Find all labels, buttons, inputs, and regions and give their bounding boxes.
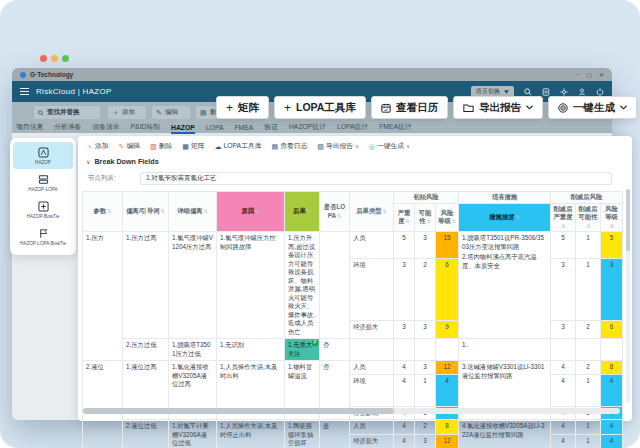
table-cell[interactable]: 1.人员操作失误,未及时停止出料 [217,420,285,448]
table-cell[interactable]: 4 [394,435,415,448]
search-icon[interactable] [523,87,532,96]
table-cell[interactable]: 1 [576,420,601,435]
table-cell[interactable]: 4 [394,361,415,375]
tab-lopa-[interactable]: LOPA统计 [337,122,368,132]
table-cell[interactable]: 3 [415,435,436,448]
table-cell[interactable]: 1.陶瓷膜循环泵抽空损坏 [285,420,320,448]
vertical-scrollbar[interactable] [626,189,630,403]
table-cell[interactable]: 8 [436,420,459,435]
minimize-window-icon[interactable] [51,55,58,62]
table-cell[interactable]: 2.液位过低 [123,420,169,448]
gear-icon[interactable] [559,87,568,96]
minimize-icon[interactable]: ‒ [576,71,579,78]
panel-delete-button[interactable]: ▥删除 [150,141,172,151]
table-cell[interactable]: 3 [601,259,623,320]
table-cell[interactable]: 3 [394,259,415,320]
one-click-generate-button[interactable]: 一键生成 [548,96,637,119]
table-cell[interactable]: 6 [601,320,623,338]
tab--[interactable]: 分析准备 [54,122,81,132]
sidebar-item-hazop-lopa-bowtie[interactable]: HAZOP-LOPA-BowTie [13,224,73,251]
view-calendar-button[interactable]: 查看日历 [371,96,448,119]
panel-generate-button[interactable]: ◎一键生成∨ [369,141,410,151]
table-cell[interactable]: 5 [551,232,576,259]
tab--[interactable]: 设备清单 [92,122,119,132]
table-cell[interactable]: 1.压力过高 [123,232,169,339]
table-cell[interactable]: 12 [436,435,459,448]
sidebar-item-hazop-bowtie[interactable]: HAZOP-BowTie [13,197,73,224]
column-header[interactable]: 削减后严重度⇅ [551,203,576,232]
column-header[interactable]: 偏离/引导词⇅ [123,192,169,232]
table-cell[interactable]: 4 [551,420,576,435]
matrix-button[interactable]: + 矩阵 [216,96,269,119]
table-cell[interactable]: 4 [394,374,415,406]
table-cell[interactable]: 2 [576,361,601,375]
table-cell[interactable]: 1 [576,232,601,259]
column-header[interactable]: 参数⇅ [83,192,123,232]
table-cell[interactable]: 6 [436,259,459,320]
table-cell[interactable]: 4 [436,374,459,406]
tab-p-id-[interactable]: P&ID绘制 [131,122,160,132]
edit-button[interactable]: ✎编辑 [152,106,190,119]
table-cell[interactable]: 1. [459,339,551,361]
column-header[interactable]: 后果⇅ [285,192,320,232]
table-cell[interactable]: 2 [415,259,436,320]
table-cell[interactable] [576,339,601,361]
horizontal-scrollbar[interactable] [83,408,620,414]
horizontal-scrollbar-thumb[interactable] [83,408,394,414]
panel-edit-button[interactable]: ✎编辑 [119,141,140,151]
close-icon[interactable]: ✕ [599,71,604,78]
sidebar-item-hazop[interactable]: HAZOP [13,142,73,169]
selected-cell[interactable]: 1.无重大关注P [285,339,320,361]
menu-icon[interactable] [20,88,29,95]
column-header[interactable]: 削减后可能性⇅ [576,203,601,232]
table-cell[interactable] [601,339,623,361]
node-list-value[interactable]: 1.对氯苄胺装置氯化工艺 [140,172,612,185]
search-input[interactable]: 查找并替换 [34,106,100,119]
tab--[interactable]: 验证 [264,122,278,132]
panel-matrix-button[interactable]: ▦矩阵 [182,141,204,151]
table-cell[interactable] [394,339,415,361]
table-cell[interactable]: 1.氯气缓冲罐V1204压力过高 [169,232,217,339]
panel-lopa-button[interactable]: ☁LOPA工具库 [215,141,262,151]
table-cell[interactable]: 1.脱吸塔T3501设PR-3506/3503压力变送报警回路2.塔内物料沸点高… [459,232,551,339]
table-cell[interactable]: 1.脱吸塔T3501压力过低 [169,339,217,361]
panel-export-button[interactable]: ▧导出报告∨ [317,141,358,151]
table-cell[interactable] [350,339,394,361]
table-cell[interactable]: 15 [436,232,459,259]
table-cell[interactable] [320,232,350,339]
tab-fmea[interactable]: FMEA [234,124,253,131]
table-cell[interactable]: 2 [576,320,601,338]
column-header[interactable]: 可能性⇅ [415,203,436,232]
table-cell[interactable]: 4 [551,435,576,448]
export-report-button[interactable]: 导出报告 [453,96,543,119]
table-cell[interactable]: 4 [551,361,576,375]
table-cell[interactable]: 1 [576,374,601,406]
table-cell[interactable]: 3 [415,361,436,375]
table-cell[interactable]: 1 [576,435,601,448]
tab-hazop-[interactable]: HAZOP统计 [289,122,326,132]
add-button[interactable]: ＋添加 [108,106,146,119]
table-cell[interactable]: 9 [436,320,459,338]
column-header[interactable]: 是否LOPA⇅ [320,192,350,232]
table-cell[interactable]: 4 [551,374,576,406]
column-header[interactable]: 风险等级⇅ [601,203,623,232]
table-cell[interactable]: 1.无识别 [217,339,285,361]
table-cell[interactable] [436,339,459,361]
power-icon[interactable] [595,87,604,96]
table-cell[interactable]: 2.液位 [83,361,123,448]
table-cell[interactable]: 环境 [350,374,394,406]
column-header[interactable]: 后果类型⇅ [350,192,394,232]
zoom-window-icon[interactable] [62,55,69,62]
table-cell[interactable]: 1 [415,374,436,406]
table-cell[interactable]: 1.压力升高,超过设备设计压力可能导致设备损坏、物料泄漏,遇明火可能导致火灾、爆… [285,232,320,339]
tab-lopa[interactable]: LOPA [206,124,224,131]
table-cell[interactable]: 3 [394,320,415,338]
table-cell[interactable]: 人员 [350,232,394,259]
table-cell[interactable]: 5 [601,232,623,259]
tab-fmea-[interactable]: FMEA统计 [379,122,411,132]
table-cell[interactable]: 是 [320,420,350,448]
table-cell[interactable]: 8 [601,361,623,375]
table-cell[interactable]: 4.氯化液接收槽V3205A设LI-322A液位监控报警回路 [459,420,551,448]
panel-log-button[interactable]: ▤查看日志 [272,141,308,151]
table-cell[interactable]: 1.氯气缓冲罐压力控制回路故障 [217,232,285,339]
